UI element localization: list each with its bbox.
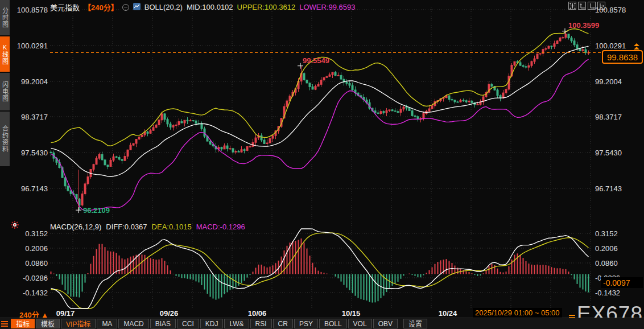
toolbar-item-rsi[interactable]: RSI (250, 319, 272, 328)
price-axis-label-right: 98.3717 (595, 113, 622, 121)
date-label: 10/06 (248, 309, 267, 318)
current-bar-time-label: 2025/10/29 01:00 ~ 05:00 (473, 308, 562, 318)
price-axis-label-right: 100.0291 (595, 42, 626, 50)
chart-header: 美元指数 【240分】 BOLL(20,2) MID:100.0102 UPPE… (50, 2, 356, 12)
sidebar-tab-contract-info[interactable]: 合约资料 (0, 112, 10, 166)
macd-header: MACD(26,12,9) DIFF:0.0367 DEA:0.1015 MAC… (50, 223, 245, 231)
price-axis-label-right: 100.8578 (595, 6, 626, 14)
y-axis-scale-icon[interactable] (578, 2, 586, 10)
macd-axis-label-left: -0.1432 (13, 289, 48, 297)
toolbar-item-vip-indicator[interactable]: VIP指标 (61, 319, 96, 328)
macd-axis-label-right: 0.3152 (595, 229, 618, 238)
toolbar-item-cr[interactable]: CR (273, 319, 293, 328)
toolbar-item-macd[interactable]: MACD (118, 319, 148, 328)
x-axis-scale-icon[interactable] (588, 2, 596, 10)
toolbar-item-cci[interactable]: CCI (177, 319, 199, 328)
toolbar-item-vol[interactable]: VOL (348, 319, 372, 328)
chart-app: 分时图K线图闪电图合约资料 美元指数 【240分】 BOLL(20,2) MID… (0, 0, 644, 329)
toolbar-item-boll[interactable]: BOLL (319, 319, 347, 328)
toolbar-item-bias[interactable]: BIAS (150, 319, 176, 328)
minus-circle-icon[interactable] (122, 4, 129, 11)
chart-canvas[interactable] (0, 0, 644, 329)
current-macd-value-box: -0.0097 (601, 277, 643, 288)
high-price-label: 100.3599 (568, 21, 599, 30)
toolbar-item-indicator[interactable]: 指标 (11, 319, 35, 328)
boll-label: BOLL(20,2) (145, 3, 183, 11)
indicator-settings-icon[interactable] (11, 221, 19, 229)
chart-type-icon[interactable] (133, 3, 141, 12)
instrument-title: 美元指数 (50, 2, 80, 13)
price-up-arrows-icon (634, 43, 639, 50)
toolbar-item-lwr[interactable]: LW& (224, 319, 249, 328)
sidebar-tab-lightning-chart[interactable]: 闪电图 (0, 73, 10, 110)
toolbar-items: 指标模板VIP指标MAMACDBIASCCIKDJLW&RSICRPSYBOLL… (11, 319, 427, 328)
toolbar-item-psy[interactable]: PSY (294, 319, 318, 328)
macd-diff-value: DIFF:0.0367 (106, 223, 147, 231)
price-axis-label-right: 97.5430 (595, 149, 622, 157)
macd-axis-label-right: 0.2006 (595, 244, 618, 253)
price-axis-label-left: 96.7143 (13, 184, 48, 193)
red-sun-icon (11, 221, 19, 229)
macd-dea-value: DEA:0.1015 (152, 223, 192, 231)
toolbar-item-settings[interactable]: 设置 (403, 319, 427, 328)
current-price-box: 99.8638 (602, 50, 643, 64)
toolbar-item-ma[interactable]: MA (97, 319, 117, 328)
left-sidebar: 分时图K线图闪电图合约资料 (0, 0, 10, 318)
price-axis-label-left: 100.8578 (13, 6, 48, 14)
menu-icon[interactable] (1, 321, 8, 327)
low-price-label: 96.2109 (83, 206, 110, 215)
sidebar-tab-time-chart[interactable]: 分时图 (0, 0, 10, 35)
boll-mid-value: MID:100.0102 (187, 3, 233, 11)
bottom-toolbar: 指标模板VIP指标MAMACDBIASCCIKDJLW&RSICRPSYBOLL… (0, 318, 644, 329)
toolbar-item-kdj[interactable]: KDJ (200, 319, 224, 328)
boll-upper-value: UPPER:100.3612 (237, 3, 296, 11)
period-badge[interactable]: 【240分】 (84, 2, 118, 13)
date-label: 10/15 (342, 309, 361, 318)
date-label: 09/17 (56, 309, 75, 318)
macd-label: MACD(26,12,9) (50, 223, 101, 231)
price-axis-label-left: 97.5430 (13, 149, 48, 157)
crosshair-icon[interactable] (568, 2, 576, 10)
macd-axis-label-left: -0.0286 (13, 274, 48, 282)
price-axis-label-left: 100.0291 (13, 42, 48, 50)
macd-axis-label-right: -0.1432 (595, 289, 620, 297)
swing-high-price-label: 99.5549 (303, 56, 329, 65)
price-axis-label-left: 99.2004 (13, 77, 48, 86)
toolbar-item-template[interactable]: 模板 (36, 319, 60, 328)
date-label: 10/24 (439, 309, 457, 318)
price-axis-label-left: 98.3717 (13, 113, 48, 121)
price-axis-label-right: 99.2004 (595, 77, 622, 86)
macd-axis-label-left: 0.0860 (13, 259, 48, 268)
price-axis-label-right: 96.7143 (595, 184, 622, 193)
macd-axis-label-right: 0.0860 (595, 259, 618, 268)
macd-macd-value: MACD:-0.1296 (196, 223, 245, 231)
date-label: 09/26 (160, 309, 179, 318)
boll-lower-value: LOWER:99.6593 (299, 3, 355, 11)
sidebar-tab-kline-chart[interactable]: K线图 (0, 36, 10, 72)
toolbar-item-obv[interactable]: OBV (373, 319, 398, 328)
macd-axis-label-left: 0.3152 (13, 229, 48, 238)
macd-axis-label-left: 0.2006 (13, 244, 48, 253)
